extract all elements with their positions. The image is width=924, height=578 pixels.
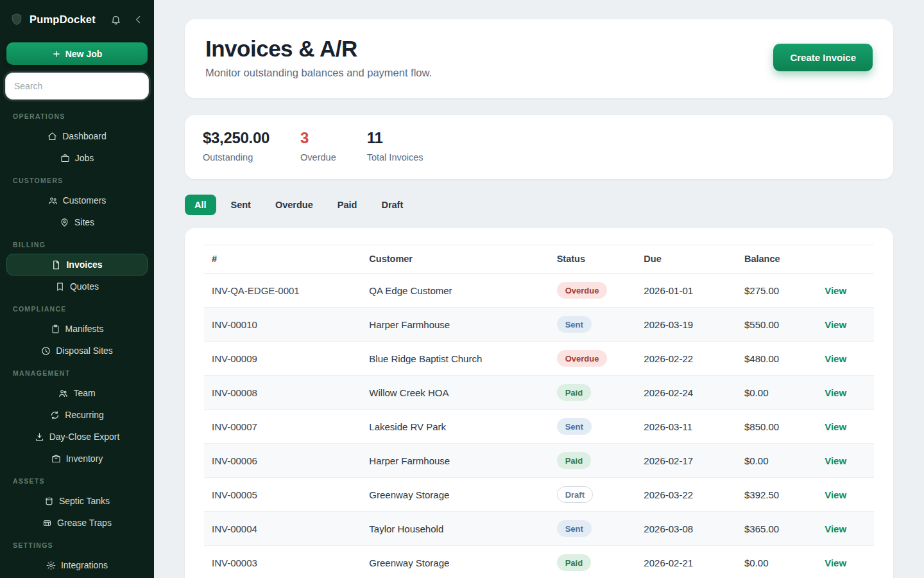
filter-tab-paid[interactable]: Paid — [328, 195, 367, 215]
status-badge: Paid — [557, 554, 591, 571]
invoice-customer: Lakeside RV Park — [361, 410, 549, 444]
sidebar-item-invoices[interactable]: Invoices — [6, 254, 148, 276]
notifications-bell-icon[interactable] — [110, 14, 121, 25]
invoice-actions-cell: View — [817, 444, 874, 478]
invoice-due-date: 2026-02-17 — [636, 444, 737, 478]
filter-tab-sent[interactable]: Sent — [221, 195, 261, 215]
stat-overdue: 3Overdue — [300, 129, 336, 162]
invoice-row-inv-00004: INV-00004Taylor HouseholdSent2026-03-08$… — [204, 512, 874, 546]
column-header-actions — [817, 245, 874, 274]
view-invoice-link[interactable]: View — [825, 489, 846, 500]
view-invoice-link[interactable]: View — [825, 523, 846, 534]
main-content: Invoices & A/R Monitor outstanding balan… — [154, 0, 924, 578]
box-icon — [51, 454, 61, 464]
sidebar-item-label: Grease Traps — [57, 518, 112, 528]
invoice-number: INV-00009 — [204, 342, 361, 376]
filter-tab-overdue[interactable]: Overdue — [266, 195, 323, 215]
view-invoice-link[interactable]: View — [825, 387, 846, 398]
sidebar-item-sites[interactable]: Sites — [6, 211, 148, 233]
invoice-actions-cell: View — [817, 274, 874, 308]
invoice-row-inv-00007: INV-00007Lakeside RV ParkSent2026-03-11$… — [204, 410, 874, 444]
app-root: PumpDocket New Job OperationsDashboardJo… — [0, 0, 924, 578]
page-title: Invoices & A/R — [205, 36, 432, 62]
invoice-due-date: 2026-02-22 — [636, 342, 737, 376]
invoice-number: INV-00006 — [204, 444, 361, 478]
stat-value: 3 — [300, 129, 336, 147]
sidebar-section-label: Management — [0, 369, 154, 377]
invoice-actions-cell: View — [817, 308, 874, 342]
view-invoice-link[interactable]: View — [825, 353, 846, 364]
invoices-table: #CustomerStatusDueBalance INV-QA-EDGE-00… — [204, 245, 874, 578]
clock-icon — [41, 346, 51, 356]
invoice-row-inv-00008: INV-00008Willow Creek HOAPaid2026-02-24$… — [204, 376, 874, 410]
sidebar-item-inventory[interactable]: Inventory — [6, 448, 148, 469]
sidebar-item-manifests[interactable]: Manifests — [6, 318, 148, 340]
sidebar-item-label: Inventory — [66, 453, 103, 464]
sidebar-item-integrations[interactable]: Integrations — [6, 554, 148, 576]
view-invoice-link[interactable]: View — [825, 557, 846, 568]
clipboard-icon — [51, 324, 60, 334]
invoice-due-date: 2026-01-01 — [636, 274, 737, 308]
view-invoice-link[interactable]: View — [825, 285, 846, 296]
sidebar-item-label: Disposal Sites — [56, 346, 113, 356]
invoice-number: INV-QA-EDGE-0001 — [204, 274, 361, 308]
sidebar-item-quotes[interactable]: Quotes — [6, 276, 148, 297]
invoice-status-cell: Sent — [549, 308, 637, 342]
sidebar-section-assets: AssetsSeptic TanksGrease Traps — [0, 477, 154, 534]
new-job-button[interactable]: New Job — [6, 42, 148, 65]
sidebar-item-septic-tanks[interactable]: Septic Tanks — [6, 490, 148, 512]
view-invoice-link[interactable]: View — [825, 455, 846, 466]
invoice-status-cell: Paid — [549, 546, 637, 578]
stat-outstanding: $3,250.00Outstanding — [203, 129, 270, 162]
sidebar-item-grease-traps[interactable]: Grease Traps — [6, 512, 148, 534]
sidebar-header-actions — [110, 14, 144, 25]
invoice-row-inv-00003: INV-00003Greenway StoragePaid2026-02-21$… — [204, 546, 874, 578]
sidebar-section-customers: CustomersCustomersSites — [0, 177, 154, 233]
invoice-customer: Harper Farmhouse — [361, 308, 549, 342]
invoice-number: INV-00008 — [204, 376, 361, 410]
view-invoice-link[interactable]: View — [825, 421, 846, 432]
sidebar-item-jobs[interactable]: Jobs — [6, 147, 148, 169]
invoice-actions-cell: View — [817, 376, 874, 410]
download-icon — [35, 432, 44, 442]
column-header-customer: Customer — [361, 245, 549, 274]
invoice-customer: Taylor Household — [361, 512, 549, 546]
filter-tab-draft[interactable]: Draft — [372, 195, 413, 215]
sidebar-item-customers[interactable]: Customers — [6, 189, 148, 211]
users-icon — [48, 196, 58, 206]
invoice-status-cell: Sent — [549, 512, 637, 546]
sidebar-item-label: Recurring — [65, 410, 104, 420]
filter-tab-all[interactable]: All — [185, 195, 216, 215]
sidebar-item-day-close-export[interactable]: Day-Close Export — [6, 426, 148, 448]
sidebar-item-label: Day-Close Export — [49, 432, 120, 442]
sidebar-item-recurring[interactable]: Recurring — [6, 404, 148, 426]
sidebar-section-label: Settings — [0, 541, 154, 549]
invoice-balance: $0.00 — [737, 376, 817, 410]
invoice-customer: Greenway Storage — [361, 478, 549, 512]
collapse-sidebar-chevron-icon[interactable] — [133, 14, 144, 25]
invoice-status-cell: Overdue — [549, 342, 637, 376]
sidebar-item-dashboard[interactable]: Dashboard — [6, 125, 148, 147]
status-badge: Paid — [557, 452, 591, 469]
stat-label: Overdue — [300, 152, 336, 162]
sidebar-item-label: Integrations — [61, 560, 108, 570]
sidebar-item-label: Sites — [74, 217, 94, 227]
invoice-balance: $0.00 — [737, 444, 817, 478]
status-badge: Paid — [557, 384, 591, 401]
invoice-row-inv-00006: INV-00006Harper FarmhousePaid2026-02-17$… — [204, 444, 874, 478]
invoice-customer: Willow Creek HOA — [361, 376, 549, 410]
stat-total-invoices: 11Total Invoices — [367, 129, 424, 162]
create-invoice-button[interactable]: Create Invoice — [773, 44, 873, 71]
invoice-row-inv-00005: INV-00005Greenway StorageDraft2026-03-22… — [204, 478, 874, 512]
view-invoice-link[interactable]: View — [825, 319, 846, 330]
sidebar-item-team[interactable]: Team — [6, 382, 148, 404]
invoice-due-date: 2026-03-11 — [636, 410, 737, 444]
sidebar-item-disposal-sites[interactable]: Disposal Sites — [6, 340, 148, 362]
invoice-due-date: 2026-03-08 — [636, 512, 737, 546]
column-header-due: Due — [636, 245, 737, 274]
status-badge: Draft — [557, 486, 593, 503]
search-input[interactable] — [5, 73, 149, 100]
new-job-label: New Job — [65, 49, 103, 59]
table-header-row: #CustomerStatusDueBalance — [204, 245, 874, 274]
invoice-balance: $365.00 — [737, 512, 817, 546]
